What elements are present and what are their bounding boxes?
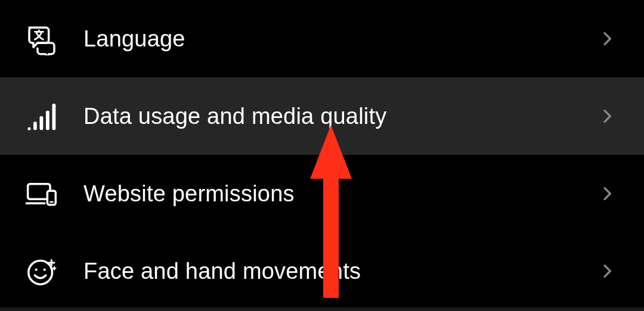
svg-point-9 xyxy=(29,261,52,285)
svg-rect-4 xyxy=(52,104,56,130)
settings-item-label: Language xyxy=(83,26,597,52)
svg-rect-2 xyxy=(40,116,44,130)
bottom-divider xyxy=(0,307,644,311)
settings-item-website-permissions[interactable]: Website permissions xyxy=(0,155,644,232)
svg-point-10 xyxy=(35,269,38,271)
svg-rect-1 xyxy=(33,122,37,130)
translate-icon xyxy=(24,21,60,57)
settings-item-data-usage[interactable]: Data usage and media quality xyxy=(0,77,644,155)
face-sparkle-icon xyxy=(24,253,60,289)
settings-item-label: Website permissions xyxy=(83,181,597,207)
settings-list: Language Data usage and media quality xyxy=(0,0,644,310)
svg-rect-3 xyxy=(46,111,49,130)
svg-point-0 xyxy=(27,127,30,130)
chevron-right-icon xyxy=(597,107,617,126)
chevron-right-icon xyxy=(597,29,617,48)
chevron-right-icon xyxy=(597,184,617,203)
settings-item-label: Face and hand movements xyxy=(83,259,597,284)
settings-item-label: Data usage and media quality xyxy=(83,104,597,129)
chevron-right-icon xyxy=(597,262,617,281)
settings-item-language[interactable]: Language xyxy=(0,0,644,77)
svg-point-11 xyxy=(44,269,46,271)
settings-item-face-hand-movements[interactable]: Face and hand movements xyxy=(0,232,644,310)
signal-bars-icon xyxy=(24,98,60,134)
devices-icon xyxy=(24,176,60,212)
